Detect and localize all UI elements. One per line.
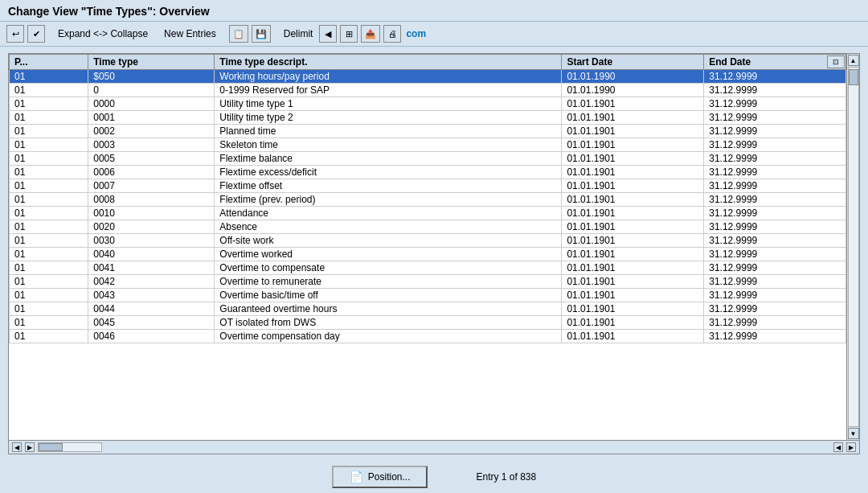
cell-p: 01 (10, 125, 88, 138)
table-header: P... Time type Time type descript. Start… (10, 55, 846, 70)
cell-desc: Overtime basic/time off (215, 289, 562, 302)
cell-start: 01.01.1901 (562, 330, 704, 343)
table-row[interactable]: 010002Planned time01.01.190131.12.9999 (10, 125, 846, 138)
cell-timetype: 0006 (88, 166, 215, 179)
cell-p: 01 (10, 261, 88, 275)
cell-timetype: 0 (88, 84, 215, 97)
scroll-track[interactable] (848, 67, 859, 427)
table-row[interactable]: 010005Flextime balance01.01.190131.12.99… (10, 152, 846, 166)
scroll-up-btn[interactable]: ▲ (848, 55, 859, 66)
cell-timetype: 0020 (88, 220, 215, 234)
undo-icon: ↩ (12, 29, 19, 39)
cell-desc: Overtime to compensate (215, 261, 562, 275)
new-entries-btn[interactable]: New Entries (161, 27, 219, 41)
cell-desc: Utility time type 1 (215, 97, 562, 111)
cell-start: 01.01.1901 (562, 234, 704, 248)
position-icon: 📄 (350, 470, 363, 483)
table-row[interactable]: 010044Guaranteed overtime hours01.01.190… (10, 302, 846, 316)
cell-p: 01 (10, 316, 88, 330)
h-scroll-far-right-btn[interactable]: ▶ (846, 442, 856, 452)
cell-start: 01.01.1901 (562, 179, 704, 193)
cell-p: 01 (10, 179, 88, 193)
cell-end: 31.12.9999 (704, 111, 846, 125)
cell-desc: Flextime balance (215, 152, 562, 166)
cell-start: 01.01.1901 (562, 316, 704, 330)
h-scroll-left-btn[interactable]: ◀ (12, 442, 22, 452)
cell-end: 31.12.9999 (704, 234, 846, 248)
cell-start: 01.01.1901 (562, 193, 704, 207)
arrow-left-btn[interactable]: ◀ (319, 25, 337, 43)
export-icon: 📤 (365, 29, 376, 39)
cell-timetype: $050 (88, 70, 215, 84)
cell-start: 01.01.1990 (562, 70, 704, 84)
cell-timetype: 0045 (88, 316, 215, 330)
table-row[interactable]: 010040Overtime worked01.01.190131.12.999… (10, 248, 846, 261)
table-row[interactable]: 0100-1999 Reserved for SAP01.01.199031.1… (10, 84, 846, 97)
position-btn[interactable]: 📄 Position... (332, 466, 428, 488)
table-row[interactable]: 010006Flextime excess/deficit01.01.19013… (10, 166, 846, 179)
cell-end: 31.12.9999 (704, 166, 846, 179)
table-row[interactable]: 010001Utility time type 201.01.190131.12… (10, 111, 846, 125)
table-row[interactable]: 010046Overtime compensation day01.01.190… (10, 330, 846, 343)
undo-btn[interactable]: ↩ (6, 25, 24, 43)
cell-p: 01 (10, 220, 88, 234)
vertical-scrollbar[interactable]: ▲ ▼ (846, 54, 859, 440)
cell-desc: OT isolated from DWS (215, 316, 562, 330)
print-btn[interactable]: 🖨 (383, 25, 401, 43)
table-footer: ◀ ▶ ◀ ▶ (9, 440, 859, 454)
scroll-down-btn[interactable]: ▼ (848, 428, 859, 439)
export-btn[interactable]: 📤 (361, 25, 380, 43)
cell-start: 01.01.1901 (562, 111, 704, 125)
cell-desc: Utility time type 2 (215, 111, 562, 125)
h-scroll-track[interactable] (38, 442, 102, 452)
table-row[interactable]: 010007Flextime offset01.01.190131.12.999… (10, 179, 846, 193)
cell-timetype: 0003 (88, 138, 215, 152)
expand-collapse-btn[interactable]: Expand <-> Collapse (55, 27, 151, 41)
cell-desc: Flextime (prev. period) (215, 193, 562, 207)
check-btn[interactable]: ✔ (27, 25, 45, 43)
table-row[interactable]: 010045OT isolated from DWS01.01.190131.1… (10, 316, 846, 330)
cell-p: 01 (10, 111, 88, 125)
table-row[interactable]: 010030Off-site work01.01.190131.12.9999 (10, 234, 846, 248)
cell-desc: Working hours/pay period (215, 70, 562, 84)
cell-end: 31.12.9999 (704, 330, 846, 343)
h-scroll-right-btn[interactable]: ▶ (25, 442, 35, 452)
cell-p: 01 (10, 138, 88, 152)
scroll-thumb[interactable] (849, 69, 858, 85)
resize-columns-btn[interactable]: ⊡ (827, 55, 845, 68)
cell-end: 31.12.9999 (704, 220, 846, 234)
arrow-left-icon: ◀ (325, 29, 331, 39)
cell-desc: Flextime excess/deficit (215, 166, 562, 179)
table-row[interactable]: 010008Flextime (prev. period)01.01.19013… (10, 193, 846, 207)
cell-timetype: 0030 (88, 234, 215, 248)
cell-p: 01 (10, 152, 88, 166)
col-header-timetype: Time type (88, 55, 215, 70)
cell-start: 01.01.1901 (562, 207, 704, 220)
cell-desc: Guaranteed overtime hours (215, 302, 562, 316)
table-btn[interactable]: ⊞ (340, 25, 358, 43)
table-row[interactable]: 010000Utility time type 101.01.190131.12… (10, 97, 846, 111)
table-row[interactable]: 010003Skeleton time01.01.190131.12.9999 (10, 138, 846, 152)
cell-start: 01.01.1901 (562, 138, 704, 152)
copy-btn[interactable]: 📋 (229, 25, 248, 43)
cell-start: 01.01.1901 (562, 261, 704, 275)
table-row[interactable]: 01$050Working hours/pay period01.01.1990… (10, 70, 846, 84)
cell-desc: Flextime offset (215, 179, 562, 193)
cell-end: 31.12.9999 (704, 125, 846, 138)
h-scroll-far-left-btn[interactable]: ◀ (833, 442, 843, 452)
main-window: Change View "Time Types": Overview ↩ ✔ E… (0, 0, 868, 493)
table-row[interactable]: 010042Overtime to remunerate01.01.190131… (10, 275, 846, 289)
table-row[interactable]: 010043Overtime basic/time off01.01.19013… (10, 289, 846, 302)
cell-end: 31.12.9999 (704, 84, 846, 97)
cell-p: 01 (10, 275, 88, 289)
col-header-end: End Date (704, 55, 846, 70)
cell-desc: Planned time (215, 125, 562, 138)
delimit-btn[interactable]: Delimit (280, 27, 317, 41)
cell-desc: Overtime to remunerate (215, 275, 562, 289)
save-btn[interactable]: 💾 (252, 25, 271, 43)
cell-p: 01 (10, 302, 88, 316)
table-row[interactable]: 010020Absence01.01.190131.12.9999 (10, 220, 846, 234)
h-scroll-thumb[interactable] (39, 443, 63, 451)
table-row[interactable]: 010041Overtime to compensate01.01.190131… (10, 261, 846, 275)
table-row[interactable]: 010010Attendance01.01.190131.12.9999 (10, 207, 846, 220)
